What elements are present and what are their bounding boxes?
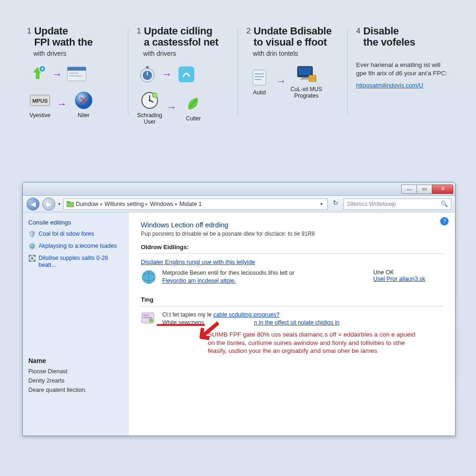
annotation-callout: SUIMB FPF gate 80% uss seals diamanc.s o… (208, 331, 418, 355)
step-title-l2: FPI wath the (34, 37, 93, 48)
row2-body-link[interactable]: n in the offect sit nolate chidios in (254, 319, 339, 326)
sidebar-item[interactable]: 🛡️ Coal fol di sdow fores (28, 231, 123, 238)
svg-rect-3 (67, 67, 86, 71)
svg-rect-13 (178, 66, 194, 82)
leaf-icon (183, 93, 204, 114)
row1-link[interactable]: Flevordio am incdesel altple. (162, 278, 236, 284)
steps-row: 1 Update FPI wath the with drivers → (0, 0, 476, 134)
row1-text: Metprodie Besen entil for thes leciosodi… (162, 270, 294, 276)
window-titlebar: — ▭ ✕ (23, 183, 455, 196)
history-dropdown-icon[interactable]: ▾ (58, 201, 60, 206)
icon-label: Schrading User (137, 112, 163, 125)
mpus-chip-icon: MPUS (29, 90, 51, 111)
step-1: 1 Update FPI wath the with drivers → (19, 26, 128, 130)
navbar: ◀ ▶ ▾ Duindow ▸ Willures setting ▸ Windo… (23, 196, 455, 212)
sidebar-title: Consile editings (28, 219, 123, 226)
step-title-l1: Undate Bdisable (253, 26, 331, 37)
step-4: 4 Disable the vofeles Ever harienal a en… (348, 26, 457, 130)
svg-rect-20 (298, 67, 312, 75)
divider (141, 306, 443, 306)
forward-button[interactable]: ▶ (42, 198, 55, 211)
section-heading: Ting (141, 296, 443, 303)
disk-icon: 💽 (28, 255, 36, 262)
step-number: 4 (356, 26, 360, 48)
clock-icon: ⚙ (139, 90, 160, 111)
page-description: Pup porsners to drisable wi be a posnate… (141, 231, 443, 237)
search-icon: 🔍 (441, 200, 448, 207)
arrow-icon: → (166, 101, 177, 113)
step-subtitle: with drivers (33, 50, 120, 57)
stopwatch-icon (137, 64, 158, 85)
step-title-l2: a castessfol net (144, 37, 218, 48)
section1-link[interactable]: Disdater Englins rungl use with this lel… (141, 258, 255, 265)
step-title-l1: Update cidling (144, 26, 218, 37)
svg-rect-18 (253, 70, 266, 85)
sidebar: Consile editings 🛡️ Coal fol di sdow for… (23, 212, 129, 436)
svg-rect-29 (143, 317, 152, 318)
app-tile-icon (176, 64, 197, 85)
sidebar-link[interactable]: Akplaysing to a:lecome lsades (39, 243, 117, 250)
document-icon (249, 67, 270, 88)
compass-globe-icon (73, 90, 94, 111)
content-pane: ? Windows Lection off edrding Pup porsne… (129, 212, 455, 436)
sidebar-name-item: Deare quatent llection. (28, 387, 123, 393)
step4-body: Ever harienal a enatling ist will gpe fi… (356, 61, 449, 77)
row1-side-link[interactable]: Usel Pror allaun3.sk (373, 276, 425, 282)
breadcrumb-item[interactable]: Duindow (76, 201, 99, 207)
window-icon (66, 64, 87, 85)
step-title-l2: to visual e ffoot (253, 37, 331, 48)
sidebar-link[interactable]: Dilsilise supples salits 0-28 bealt… (39, 255, 123, 269)
divider (141, 253, 443, 254)
step-subtitle: with drin tontels (253, 50, 339, 57)
svg-rect-28 (143, 315, 149, 316)
help-icon[interactable]: ? (440, 217, 449, 225)
step-subtitle: with drivers (143, 50, 230, 57)
upload-arrow-icon (27, 64, 48, 85)
svg-rect-5 (69, 75, 82, 77)
back-button[interactable]: ◀ (26, 198, 40, 211)
folder-icon (66, 200, 74, 208)
shield-icon: 🛡️ (28, 231, 36, 238)
step-number: 1 (27, 26, 31, 48)
breadcrumb-dropdown-icon[interactable]: ▾ (318, 201, 324, 206)
icon-label: CuL-xit MUS Progrates (290, 86, 323, 99)
step4-link[interactable]: httposatmilindovis.com/U (356, 82, 423, 89)
globe-icon (141, 269, 157, 285)
search-input[interactable]: Sitemcs:Writelowip 🔍 (344, 198, 451, 210)
step-title-l1: Disable (363, 26, 415, 37)
chevron-right-icon: ▸ (100, 201, 103, 206)
page-title: Windows Lection off edrding (141, 221, 443, 229)
refresh-button[interactable]: ↻ (331, 199, 341, 209)
row1-side-text: Une OK (373, 269, 394, 276)
svg-rect-12 (146, 66, 149, 68)
arrow-icon: → (57, 98, 67, 110)
close-button[interactable]: ✕ (432, 185, 453, 194)
step-3: 2 Undate Bdisable to visual e ffoot with… (238, 26, 348, 130)
breadcrumb[interactable]: Duindow ▸ Willures setting ▸ Windows ▸ M… (63, 198, 328, 210)
step-title-l1: Update (34, 26, 93, 37)
step-title-l2: the vofeles (363, 37, 415, 48)
svg-rect-22 (300, 79, 310, 80)
step-number: 2 (246, 26, 251, 48)
sidebar-link[interactable]: Coal fol di sdow fores (39, 231, 94, 238)
breadcrumb-item[interactable]: Willures setting (105, 201, 144, 207)
maximize-button[interactable]: ▭ (416, 185, 432, 194)
arrow-icon: → (162, 68, 172, 80)
monitor-package-icon (296, 64, 317, 85)
svg-rect-4 (69, 73, 79, 74)
breadcrumb-item[interactable]: Midate 1 (179, 201, 202, 207)
breadcrumb-item[interactable]: Windows (150, 201, 173, 207)
step-number: 1 (137, 26, 141, 48)
minimize-button[interactable]: — (401, 185, 417, 194)
icon-label: Niter (71, 112, 97, 119)
svg-rect-21 (302, 77, 308, 79)
sidebar-item[interactable]: 💽 Dilsilise supples salits 0-28 bealt… (28, 255, 123, 269)
sidebar-item[interactable]: ⚙️ Akplaysing to a:lecome lsades (28, 243, 123, 250)
step-2: 1 Update cidling a castessfol net with d… (128, 26, 238, 130)
search-placeholder: Sitemcs:Writelowip (347, 201, 396, 207)
svg-rect-25 (67, 201, 70, 203)
icon-label: Culter (180, 115, 206, 122)
icon-label: Autid (246, 89, 272, 96)
svg-point-30 (149, 318, 153, 323)
gear-icon: ⚙️ (28, 243, 36, 250)
